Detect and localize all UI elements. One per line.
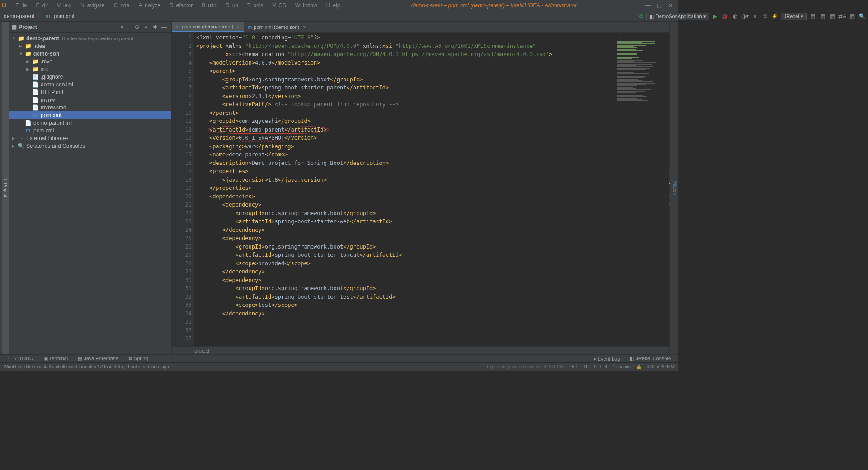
editor[interactable]: 1234567891011121314151617181920212223242… [172,33,669,346]
project-header: ▦ Project ▾ ⊙ ≡ ✱ — [9,22,171,33]
breadcrumb-file[interactable]: pom.xml [54,13,74,19]
menu-code[interactable]: Code [108,1,132,9]
status-lineending[interactable]: LF [584,364,589,369]
tool-tab-structure[interactable]: 7: Structure [0,22,2,354]
menu-build[interactable]: Build [196,1,219,9]
tree-node[interactable]: ▶📁.idea [9,42,171,50]
hide-icon[interactable]: — [160,24,169,30]
menu-vcs[interactable]: VCS [267,1,289,9]
right-tool-stripe: Maven Key Promoter X Ant Database Word B… [669,22,678,354]
tree-node[interactable]: 📄mvnw.cmd [9,103,171,111]
menu-analyze[interactable]: Analyze [133,1,163,9]
main-menu: FileEditViewNavigateCodeAnalyzeRefactorB… [10,1,343,9]
status-memory[interactable]: 329 of 2048M [647,364,675,369]
tree-node[interactable]: ▼📁demo-parentD:\ideal\workspace\demo-par… [9,34,171,42]
editor-breadcrumb[interactable]: project [172,346,669,354]
menu-file[interactable]: File [10,1,29,9]
run-toolbar: ⟲ ◧ DemoSonApplication ▾ ▶ 🐞 ◐ ◑▾ ■ ⟲ ⚡ … [637,11,678,22]
tree-node[interactable]: 📄mvnw [9,96,171,103]
status-position[interactable]: 48:1 [569,364,578,369]
menu-window[interactable]: Window [290,1,320,9]
build-icon[interactable]: ⟲ [637,12,645,20]
project-title[interactable]: Project [19,24,121,30]
breadcrumb-root[interactable]: demo-parent [4,13,34,19]
tool-tab-eventlog[interactable]: ● Event Log [589,356,624,362]
editor-tabs: m pom.xml (demo-parent) ×m pom.xml (demo… [172,22,669,33]
status-bar: Would you like to install a shell script… [0,362,678,371]
editor-tab[interactable]: m pom.xml (demo-parent) × [172,22,244,32]
menu-tools[interactable]: Tools [242,1,266,9]
window-title: demo-parent – pom.xml (demo-parent) – In… [343,2,645,9]
locate-icon[interactable]: ⊙ [132,24,142,30]
project-view-icon: ▦ [12,24,17,30]
close-icon[interactable]: ✕ [668,2,673,9]
tree-node[interactable]: 📄demo-son.iml [9,80,171,88]
menu-help[interactable]: Help [321,1,343,9]
status-message[interactable]: Would you like to install a shell script… [4,364,170,369]
menu-navigate[interactable]: Navigate [75,1,107,9]
main-area: 1: Project 7: Structure 2: Favorites JRe… [0,22,678,354]
window-controls: — ▢ ✕ [645,2,676,9]
tree-node[interactable]: ▶📁src [9,65,171,73]
tree-node[interactable]: 🧾.gitignore [9,73,171,80]
project-dropdown-icon[interactable]: ▾ [121,24,123,30]
left-tool-stripe: 1: Project 7: Structure 2: Favorites JRe… [0,22,9,354]
maven-icon: m [45,13,50,19]
titlebar: IJ FileEditViewNavigateCodeAnalyzeRefact… [0,0,678,11]
settings-icon[interactable]: ✱ [151,24,160,30]
tool-tab-spring[interactable]: ✿ Spring [124,356,153,362]
tree-node[interactable]: ▼📁demo-son [9,50,171,57]
tree-node[interactable]: ▶📁.mvn [9,57,171,65]
tool-tab-jrebelconsole[interactable]: ◧ JRebel Console [625,356,675,362]
inspection-ok-icon: ✓ [617,35,621,40]
tree-node[interactable]: mpom.xml [9,111,171,119]
tree-node[interactable]: 📄HELP.md [9,88,171,96]
project-tree[interactable]: ▼📁demo-parentD:\ideal\workspace\demo-par… [9,33,171,354]
menu-refactor[interactable]: Refactor [164,1,195,9]
tool-tab-project[interactable]: 1: Project [2,22,9,354]
maximize-icon[interactable]: ▢ [657,2,662,9]
tree-node[interactable]: ▶⊪External Libraries [9,134,171,142]
project-tool-window: ▦ Project ▾ ⊙ ≡ ✱ — ▼📁demo-parentD:\idea… [9,22,172,354]
menu-run[interactable]: Run [220,1,241,9]
tool-tab-terminal[interactable]: ▣ Terminal [39,356,72,362]
code-content[interactable]: <?xml version="1.0" encoding="UTF-8"?><p… [194,33,615,346]
breadcrumb-sep: 〉 [37,12,42,20]
status-indent[interactable]: 4 spaces [613,364,631,369]
minimize-icon[interactable]: — [645,2,651,9]
tool-tab-todo[interactable]: ≔ 6: TODO [3,356,38,362]
watermark-text: https://blog.csdn.net/weixin_44980116 [487,364,564,369]
menu-edit[interactable]: Edit [30,1,51,9]
lock-icon[interactable]: 🔒 [636,364,642,369]
tree-node[interactable]: ▶🔍Scratches and Consoles [9,142,171,150]
editor-tab[interactable]: m pom.xml (demo-son) × [244,22,310,32]
line-gutter: 1234567891011121314151617181920212223242… [172,33,194,346]
minimap[interactable]: ✓ [615,33,669,346]
tab-close-icon[interactable]: × [303,24,306,30]
status-encoding[interactable]: UTF-8 [594,364,607,369]
navigation-bar: demo-parent 〉 m pom.xml ⟲ ◧ DemoSonAppli… [0,11,678,22]
bottom-tool-stripe: ≔ 6: TODO ▣ Terminal ▦ Java Enterprise ✿… [0,354,678,362]
run-config-dropdown[interactable]: ◧ DemoSonApplication ▾ [646,13,678,20]
tree-node[interactable]: 📄demo-parent.iml [9,119,171,127]
expand-icon[interactable]: ≡ [142,24,151,30]
tool-tab-maven[interactable]: Maven [671,22,678,354]
tree-node[interactable]: mpom.xml [9,127,171,134]
tab-close-icon[interactable]: × [237,24,240,29]
tool-tab-javaee[interactable]: ▦ Java Enterprise [73,356,123,362]
app-icon: IJ [2,2,6,9]
menu-view[interactable]: View [52,1,74,9]
editor-area: m pom.xml (demo-parent) ×m pom.xml (demo… [172,22,669,354]
